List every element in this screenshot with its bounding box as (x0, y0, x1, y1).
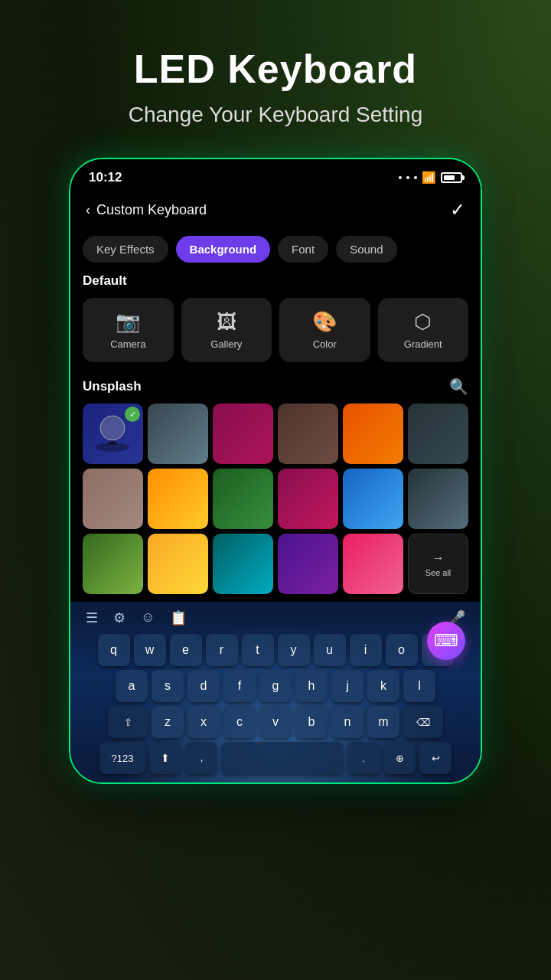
key-shift[interactable]: ⇧ (108, 706, 148, 738)
image-cell-6[interactable] (408, 403, 468, 464)
key-c[interactable]: c (223, 706, 256, 738)
image-9 (213, 469, 273, 529)
image-cell-2[interactable] (148, 403, 208, 464)
image-cell-11[interactable] (343, 469, 403, 529)
key-comma[interactable]: ， (185, 742, 217, 774)
image-cell-16[interactable] (278, 534, 338, 594)
key-e[interactable]: e (170, 634, 202, 666)
key-rows: q w e r t y u i o p a s d f g h j k (70, 631, 481, 782)
default-section-label: Default (83, 273, 468, 289)
key-delete[interactable]: ⌫ (403, 706, 443, 738)
key-z[interactable]: z (152, 706, 184, 738)
default-item-gallery[interactable]: 🖼 Gallery (181, 298, 272, 362)
emoji-icon[interactable]: ☺ (141, 609, 155, 626)
back-icon: ‹ (86, 202, 90, 218)
hamburger-icon[interactable]: ☰ (86, 609, 98, 626)
image-cell-1[interactable]: ✓ (83, 403, 143, 464)
image-cell-10[interactable] (278, 469, 338, 529)
key-u[interactable]: u (314, 634, 346, 666)
image-cell-8[interactable] (148, 469, 208, 529)
settings-icon[interactable]: ⚙ (113, 609, 126, 626)
wifi-icon: 📶 (422, 171, 436, 185)
key-i[interactable]: i (350, 634, 382, 666)
key-space[interactable] (221, 742, 344, 774)
battery-fill (444, 175, 455, 180)
key-n[interactable]: n (331, 706, 364, 738)
image-3 (213, 403, 273, 464)
key-period[interactable]: . (347, 742, 380, 774)
key-f[interactable]: f (223, 670, 256, 702)
see-all-label: See all (425, 568, 452, 577)
tab-background[interactable]: Background (176, 236, 271, 263)
key-globe[interactable]: ⊕ (383, 742, 416, 774)
back-button[interactable]: ‹ Custom Keyboard (86, 202, 207, 218)
key-x[interactable]: x (187, 706, 220, 738)
content-area: Default 📷 Camera 🖼 Gallery 🎨 Color ⬡ Gra… (70, 273, 481, 602)
key-s[interactable]: s (152, 670, 184, 702)
image-13 (83, 534, 143, 594)
key-r[interactable]: r (206, 634, 238, 666)
image-16 (278, 534, 338, 594)
toolbar-icons: ☰ ⚙ ☺ 📋 (86, 609, 187, 626)
key-o[interactable]: o (386, 634, 418, 666)
key-m[interactable]: m (367, 706, 399, 738)
confirm-button[interactable]: ✓ (450, 199, 465, 220)
tab-row: Key Effects Background Font Sound (70, 228, 481, 273)
image-cell-7[interactable] (83, 469, 143, 529)
key-j[interactable]: j (331, 670, 364, 702)
key-w[interactable]: w (134, 634, 166, 666)
tab-key-effects[interactable]: Key Effects (83, 236, 168, 263)
key-d[interactable]: d (187, 670, 220, 702)
key-h[interactable]: h (295, 670, 328, 702)
color-label: Color (313, 338, 337, 350)
gallery-icon: 🖼 (217, 310, 236, 334)
key-v[interactable]: v (259, 706, 292, 738)
keyboard-area: ⌨ ☰ ⚙ ☺ 📋 🎤 q w e r t y u i (70, 602, 481, 782)
image-cell-4[interactable] (278, 403, 338, 464)
svg-point-1 (100, 416, 125, 440)
image-5 (343, 403, 403, 464)
color-icon: 🎨 (312, 310, 337, 334)
key-a[interactable]: a (116, 670, 148, 702)
status-icons: 📶 (399, 171, 462, 185)
image-2 (148, 403, 208, 464)
image-cell-3[interactable] (213, 403, 273, 464)
image-cell-15[interactable] (213, 534, 273, 594)
image-cell-5[interactable] (343, 403, 403, 464)
image-cell-12[interactable] (408, 469, 468, 529)
default-grid: 📷 Camera 🖼 Gallery 🎨 Color ⬡ Gradient (83, 298, 468, 362)
selected-check: ✓ (125, 407, 140, 422)
image-cell-13[interactable] (83, 534, 143, 594)
signal-dot-3 (414, 176, 417, 179)
fab-button[interactable]: ⌨ (427, 622, 465, 660)
tab-font[interactable]: Font (278, 236, 328, 263)
key-q[interactable]: q (98, 634, 130, 666)
image-7 (83, 469, 143, 529)
phone-frame: 10:12 📶 ‹ Custom Keyboard ✓ Key Effects … (69, 158, 482, 784)
default-item-gradient[interactable]: ⬡ Gradient (378, 298, 469, 362)
tab-sound[interactable]: Sound (336, 236, 396, 263)
key-share[interactable]: ⬆ (149, 742, 181, 774)
key-enter[interactable]: ↩ (419, 742, 452, 774)
key-y[interactable]: y (278, 634, 310, 666)
key-t[interactable]: t (242, 634, 274, 666)
gradient-label: Gradient (404, 338, 442, 350)
default-item-color[interactable]: 🎨 Color (279, 298, 370, 362)
image-4 (278, 403, 338, 464)
default-item-camera[interactable]: 📷 Camera (83, 298, 174, 362)
image-cell-14[interactable] (148, 534, 208, 594)
camera-label: Camera (110, 338, 145, 350)
key-numbers[interactable]: ?123 (99, 742, 145, 774)
see-all-button[interactable]: → See all (408, 534, 468, 594)
status-bar: 10:12 📶 (70, 159, 481, 191)
image-cell-9[interactable] (213, 469, 273, 529)
signal-dot-2 (406, 176, 409, 179)
image-cell-17[interactable] (343, 534, 403, 594)
search-button[interactable]: 🔍 (449, 377, 468, 396)
key-k[interactable]: k (367, 670, 399, 702)
clipboard-icon[interactable]: 📋 (170, 609, 187, 626)
key-l[interactable]: l (403, 670, 435, 702)
key-b[interactable]: b (295, 706, 328, 738)
key-g[interactable]: g (259, 670, 292, 702)
page-title: LED Keyboard (134, 46, 417, 92)
